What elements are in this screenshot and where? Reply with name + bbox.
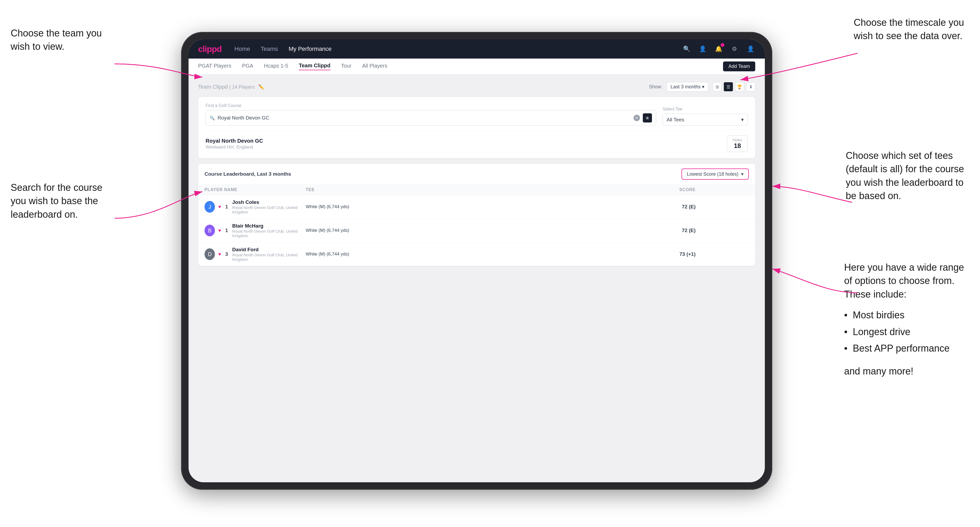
clear-search-button[interactable]: ✕ [633,115,640,121]
team-header-right: Show: Last 3 months ▾ ⊞ ☰ 🏆 ⬇ [649,82,755,92]
main-content: Team Clippd | 14 Players ✏️ Show: Last 3… [189,75,765,273]
course-result: Royal North Devon GC Westward Ho!, Engla… [205,130,748,152]
table-row: B ♥ 1 Blair McHarg Royal North Devon Gol… [198,219,755,243]
nav-bar: clippd Home Teams My Performance 🔍 👤 🔔 ⚙… [189,40,765,59]
sub-nav-tour[interactable]: Tour [341,63,352,70]
grid-view-button[interactable]: ⊞ [713,82,722,91]
player-info: David Ford Royal North Devon Golf Club, … [232,247,306,262]
tee-select-field: Select Tee All Tees ▾ [663,107,748,125]
nav-my-performance[interactable]: My Performance [289,46,332,52]
score-type-dropdown[interactable]: Lowest Score (18 holes) ▾ [681,168,749,179]
find-course-label: Find a Golf Course [205,103,656,108]
chevron-down-icon: ▾ [741,171,743,177]
trophy-view-button[interactable]: 🏆 [735,82,744,91]
annotation-mid-right: Choose which set of tees(default is all)… [846,149,964,203]
holes-box: Holes 18 [727,135,748,152]
player-col-2: B ♥ 1 Blair McHarg Royal North Devon Gol… [205,223,306,238]
col-score: SCORE [621,187,695,192]
player-tee: White (M) (6,744 yds) [306,252,621,257]
tablet-device: clippd Home Teams My Performance 🔍 👤 🔔 ⚙… [181,32,772,490]
course-info: Royal North Devon GC Westward Ho!, Engla… [205,138,263,150]
chevron-down-icon: ▾ [741,117,744,123]
player-score: 73 (+1) [621,251,695,257]
app-logo: clippd [198,44,221,54]
sub-nav: PGAT Players PGA Hcaps 1-5 Team Clippd T… [189,59,765,75]
player-name: Josh Coles [232,199,306,205]
player-col-1: J ♥ 1 Josh Coles Royal North Devon Golf … [205,199,306,214]
view-icons: ⊞ ☰ 🏆 ⬇ [713,82,755,91]
leaderboard-card: Course Leaderboard, Last 3 months Lowest… [198,163,755,266]
player-club: Royal North Devon Golf Club, United King… [232,229,306,238]
team-title: Team Clippd | 14 Players ✏️ [198,84,264,90]
course-search-field: Find a Golf Course 🔍 Royal North Devon G… [205,103,656,125]
player-club: Royal North Devon Golf Club, United King… [232,205,306,214]
leaderboard-title: Course Leaderboard, Last 3 months [205,171,291,177]
search-magnifier-icon: 🔍 [210,116,215,121]
search-input-wrap[interactable]: 🔍 Royal North Devon GC ✕ ★ [205,110,656,125]
favorite-button[interactable]: ★ [643,113,652,123]
heart-icon[interactable]: ♥ [218,228,221,233]
sub-nav-pga[interactable]: PGA [242,63,253,70]
team-header: Team Clippd | 14 Players ✏️ Show: Last 3… [198,82,755,92]
table-row: J ♥ 1 Josh Coles Royal North Devon Golf … [198,195,755,219]
add-team-button[interactable]: Add Team [723,62,755,71]
heart-icon[interactable]: ♥ [218,204,221,210]
col-tee: TEE [306,187,621,192]
rank-number: 1 [224,228,229,233]
player-score: 72 (E) [621,227,695,233]
bell-icon[interactable]: 🔔 [714,44,723,54]
tee-dropdown[interactable]: All Tees ▾ [663,114,748,125]
search-icon[interactable]: 🔍 [682,44,691,54]
nav-home[interactable]: Home [234,46,250,52]
list-view-button[interactable]: ☰ [724,82,733,91]
player-info: Blair McHarg Royal North Devon Golf Club… [232,223,306,238]
player-tee: White (M) (6,744 yds) [306,204,621,210]
leaderboard-header: Course Leaderboard, Last 3 months Lowest… [198,163,755,185]
annotation-bottom-right: Here you have a wide rangeof options to … [844,261,964,378]
rank-number: 1 [224,204,229,210]
select-tee-label: Select Tee [663,107,748,111]
player-name: David Ford [232,247,306,252]
show-timescale-dropdown[interactable]: Last 3 months ▾ [667,82,708,92]
player-score: 72 (E) [621,204,695,210]
avatar: J [205,201,215,213]
player-tee: White (M) (6,744 yds) [306,228,621,233]
sub-nav-team-clippd[interactable]: Team Clippd [299,62,331,70]
rank-number: 3 [224,252,229,257]
col-player-name: PLAYER NAME [205,187,306,192]
avatar: B [205,225,215,237]
course-location: Westward Ho!, England [205,144,263,150]
player-info: Josh Coles Royal North Devon Golf Club, … [232,199,306,214]
player-name: Blair McHarg [232,223,306,229]
nav-links: Home Teams My Performance [234,46,669,52]
annotation-top-right: Choose the timescale youwish to see the … [854,16,964,43]
search-card: Find a Golf Course 🔍 Royal North Devon G… [198,97,755,158]
annotation-mid-left: Search for the courseyou wish to base th… [11,181,102,221]
holes-value: 18 [733,142,742,149]
sub-nav-pgat[interactable]: PGAT Players [198,63,231,70]
course-name: Royal North Devon GC [205,138,263,144]
show-label: Show: [649,84,662,90]
avatar: D [205,248,215,260]
sub-nav-all-players[interactable]: All Players [362,63,387,70]
player-col-3: D ♥ 3 David Ford Royal North Devon Golf … [205,247,306,262]
user-icon[interactable]: 👤 [698,44,707,54]
nav-icons: 🔍 👤 🔔 ⚙ 👤 [682,44,755,54]
nav-teams[interactable]: Teams [261,46,278,52]
download-button[interactable]: ⬇ [746,82,755,91]
sub-nav-hcaps[interactable]: Hcaps 1-5 [264,63,288,70]
player-club: Royal North Devon Golf Club, United King… [232,252,306,262]
course-search-input[interactable]: Royal North Devon GC [218,115,631,121]
holes-label: Holes [733,138,742,142]
table-header: PLAYER NAME TEE SCORE [198,185,755,195]
tablet-screen: clippd Home Teams My Performance 🔍 👤 🔔 ⚙… [189,40,765,482]
avatar-icon[interactable]: 👤 [746,44,755,54]
settings-icon[interactable]: ⚙ [730,44,739,54]
search-row: Find a Golf Course 🔍 Royal North Devon G… [205,103,748,125]
table-row: D ♥ 3 David Ford Royal North Devon Golf … [198,243,755,266]
heart-icon[interactable]: ♥ [218,252,221,257]
annotation-top-left: Choose the team youwish to view. [11,27,102,54]
